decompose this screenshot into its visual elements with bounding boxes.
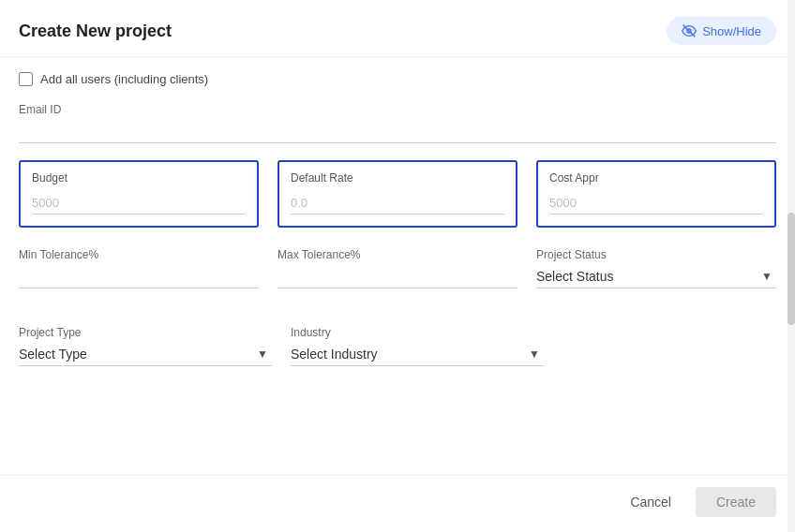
scrollbar-thumb[interactable]	[788, 213, 795, 325]
financial-fields-row: Budget Default Rate Cost Appr	[19, 160, 776, 228]
tolerance-status-row: Min Tolerance% 0 Max Tolerance% 20 Proje…	[19, 248, 776, 305]
eye-icon	[682, 23, 697, 38]
modal-body: Add all users (including clients) Email …	[0, 57, 795, 475]
min-tolerance-input[interactable]: 0	[19, 265, 259, 288]
modal-header: Create New project Show/Hide	[0, 0, 795, 57]
add-all-users-label: Add all users (including clients)	[40, 72, 208, 86]
industry-field-group: Industry Select Industry ▼	[291, 326, 544, 366]
scrollbar-track	[788, 0, 795, 532]
industry-label: Industry	[291, 326, 544, 339]
cost-appr-field-group: Cost Appr	[536, 160, 776, 228]
project-type-select[interactable]: Select Type	[19, 343, 272, 366]
create-button[interactable]: Create	[696, 487, 776, 517]
email-input[interactable]	[19, 120, 776, 143]
show-hide-button[interactable]: Show/Hide	[667, 17, 776, 45]
project-type-label: Project Type	[19, 326, 272, 339]
add-all-users-row: Add all users (including clients)	[19, 72, 776, 86]
project-status-select[interactable]: Select Status	[536, 265, 776, 288]
default-rate-input[interactable]	[291, 192, 504, 214]
add-all-users-checkbox[interactable]	[19, 72, 33, 86]
budget-input[interactable]	[32, 192, 246, 214]
cancel-button[interactable]: Cancel	[617, 489, 684, 515]
budget-label: Budget	[32, 171, 246, 185]
type-industry-row: Project Type Select Type ▼ Industry Sele…	[19, 326, 544, 383]
default-rate-label: Default Rate	[291, 171, 504, 185]
project-status-label: Project Status	[536, 248, 776, 261]
modal-footer: Cancel Create	[0, 475, 795, 532]
cost-appr-input[interactable]	[549, 192, 763, 214]
project-type-field-group: Project Type Select Type ▼	[19, 326, 272, 366]
max-tolerance-field-group: Max Tolerance% 20	[278, 248, 518, 288]
modal-container: Create New project Show/Hide Add all use…	[0, 0, 795, 532]
min-tolerance-field-group: Min Tolerance% 0	[19, 248, 259, 288]
email-label: Email ID	[19, 103, 776, 116]
budget-field-group: Budget	[19, 160, 259, 228]
min-tolerance-label: Min Tolerance%	[19, 248, 259, 261]
show-hide-label: Show/Hide	[702, 24, 761, 38]
max-tolerance-input[interactable]: 20	[278, 265, 518, 288]
industry-select[interactable]: Select Industry	[291, 343, 544, 366]
default-rate-field-group: Default Rate	[278, 160, 518, 228]
cost-appr-label: Cost Appr	[549, 171, 763, 185]
project-status-field-group: Project Status Select Status ▼	[536, 248, 776, 288]
max-tolerance-label: Max Tolerance%	[278, 248, 518, 261]
email-field-group: Email ID	[19, 103, 776, 143]
modal-title: Create New project	[19, 22, 172, 41]
